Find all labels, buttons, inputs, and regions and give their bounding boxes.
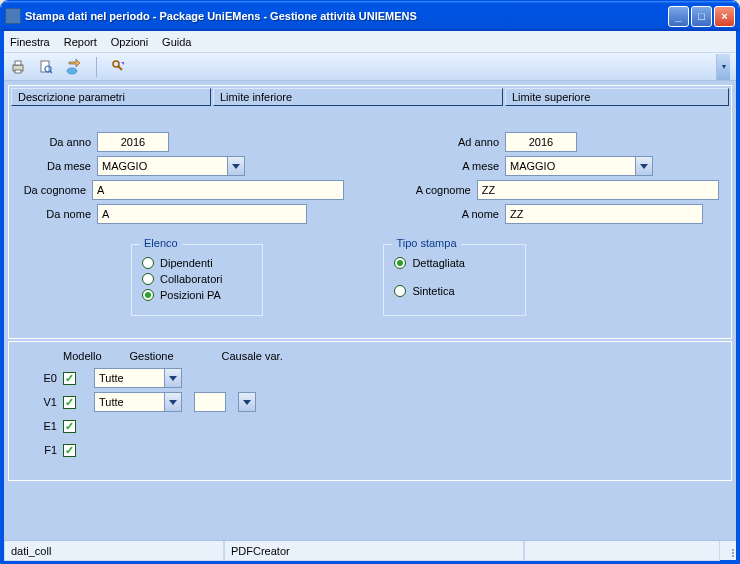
parameter-header: Descrizione parametri Limite inferiore L… bbox=[11, 88, 729, 106]
resize-gripper[interactable] bbox=[720, 541, 736, 560]
chevron-down-icon[interactable] bbox=[164, 368, 182, 388]
label-da-cognome: Da cognome bbox=[21, 184, 92, 196]
input-ad-anno[interactable] bbox=[505, 132, 577, 152]
titlebar[interactable]: Stampa dati nel periodo - Package UniEMe… bbox=[1, 1, 739, 31]
close-button[interactable]: × bbox=[714, 6, 735, 27]
hdr-modello: Modello bbox=[63, 350, 102, 362]
chevron-down-icon[interactable] bbox=[635, 156, 653, 176]
svg-rect-2 bbox=[15, 70, 21, 73]
menu-finestra[interactable]: Finestra bbox=[10, 36, 50, 48]
group-tipo-stampa-title: Tipo stampa bbox=[392, 237, 460, 249]
combo-gestione-v1[interactable] bbox=[94, 392, 182, 412]
causale-dropdown[interactable] bbox=[238, 392, 256, 412]
toolbar-overflow[interactable]: ▾ bbox=[716, 54, 730, 80]
app-window: Stampa dati nel periodo - Package UniEMe… bbox=[0, 0, 740, 564]
export-icon[interactable] bbox=[66, 59, 82, 75]
hdr-gestione: Gestione bbox=[130, 350, 174, 362]
svg-line-8 bbox=[118, 66, 122, 70]
menu-guida[interactable]: Guida bbox=[162, 36, 191, 48]
app-icon bbox=[5, 8, 21, 24]
chevron-down-icon[interactable] bbox=[227, 156, 245, 176]
minimize-button[interactable]: _ bbox=[668, 6, 689, 27]
hdr-descrizione: Descrizione parametri bbox=[11, 88, 211, 106]
check-e1[interactable] bbox=[63, 420, 76, 433]
radio-posizioni-pa[interactable]: Posizioni PA bbox=[142, 289, 222, 301]
svg-line-5 bbox=[50, 71, 52, 73]
toolbar-separator bbox=[96, 57, 97, 77]
group-tipo-stampa: Tipo stampa Dettagliata Sintetica bbox=[383, 244, 526, 316]
input-a-cognome[interactable] bbox=[477, 180, 719, 200]
tools-icon[interactable] bbox=[111, 59, 127, 75]
maximize-button[interactable]: □ bbox=[691, 6, 712, 27]
preview-icon[interactable] bbox=[38, 59, 54, 75]
main-area: Descrizione parametri Limite inferiore L… bbox=[4, 81, 736, 540]
radio-icon bbox=[394, 257, 406, 269]
label-ad-anno: Ad anno bbox=[429, 136, 505, 148]
check-v1[interactable] bbox=[63, 396, 76, 409]
label-e1: E1 bbox=[19, 420, 63, 432]
statusbar: dati_coll PDFCreator bbox=[4, 540, 736, 560]
check-e0[interactable] bbox=[63, 372, 76, 385]
combo-a-mese[interactable] bbox=[505, 156, 653, 176]
label-a-mese: A mese bbox=[429, 160, 505, 172]
input-da-anno[interactable] bbox=[97, 132, 169, 152]
radio-icon bbox=[394, 285, 406, 297]
svg-rect-1 bbox=[15, 61, 21, 65]
group-elenco: Elenco Dipendenti Collaboratori Posizion… bbox=[131, 244, 263, 316]
parameter-block: Descrizione parametri Limite inferiore L… bbox=[8, 85, 732, 339]
status-left: dati_coll bbox=[4, 541, 224, 561]
radio-icon bbox=[142, 289, 154, 301]
combo-gestione-e0-value[interactable] bbox=[94, 368, 164, 388]
label-f1: F1 bbox=[19, 444, 63, 456]
status-mid: PDFCreator bbox=[224, 541, 524, 561]
svg-point-6 bbox=[67, 68, 77, 74]
hdr-causale: Causale var. bbox=[222, 350, 283, 362]
hdr-limite-superiore: Limite superiore bbox=[505, 88, 729, 106]
label-a-nome: A nome bbox=[429, 208, 505, 220]
label-da-nome: Da nome bbox=[21, 208, 97, 220]
hdr-limite-inferiore: Limite inferiore bbox=[213, 88, 503, 106]
window-title: Stampa dati nel periodo - Package UniEMe… bbox=[25, 10, 668, 22]
radio-dipendenti[interactable]: Dipendenti bbox=[142, 257, 222, 269]
label-a-cognome: A cognome bbox=[406, 184, 477, 196]
status-right bbox=[524, 541, 720, 561]
combo-gestione-e0[interactable] bbox=[94, 368, 182, 388]
menu-report[interactable]: Report bbox=[64, 36, 97, 48]
label-da-mese: Da mese bbox=[21, 160, 97, 172]
radio-icon bbox=[142, 257, 154, 269]
label-v1: V1 bbox=[19, 396, 63, 408]
combo-da-mese-value[interactable] bbox=[97, 156, 227, 176]
combo-da-mese[interactable] bbox=[97, 156, 245, 176]
input-causale[interactable] bbox=[194, 392, 226, 412]
radio-collaboratori[interactable]: Collaboratori bbox=[142, 273, 222, 285]
chevron-down-icon[interactable] bbox=[164, 392, 182, 412]
combo-a-mese-value[interactable] bbox=[505, 156, 635, 176]
radio-dettagliata[interactable]: Dettagliata bbox=[394, 257, 465, 269]
combo-gestione-v1-value[interactable] bbox=[94, 392, 164, 412]
radio-icon bbox=[142, 273, 154, 285]
print-icon[interactable] bbox=[10, 59, 26, 75]
label-e0: E0 bbox=[19, 372, 63, 384]
model-block: Modello Gestione Causale var. E0 V1 bbox=[8, 341, 732, 481]
toolbar: ▾ bbox=[4, 53, 736, 81]
group-elenco-title: Elenco bbox=[140, 237, 182, 249]
check-f1[interactable] bbox=[63, 444, 76, 457]
input-a-nome[interactable] bbox=[505, 204, 703, 224]
menubar: Finestra Report Opzioni Guida bbox=[4, 31, 736, 53]
radio-sintetica[interactable]: Sintetica bbox=[394, 285, 465, 297]
input-da-nome[interactable] bbox=[97, 204, 307, 224]
menu-opzioni[interactable]: Opzioni bbox=[111, 36, 148, 48]
label-da-anno: Da anno bbox=[21, 136, 97, 148]
input-da-cognome[interactable] bbox=[92, 180, 344, 200]
